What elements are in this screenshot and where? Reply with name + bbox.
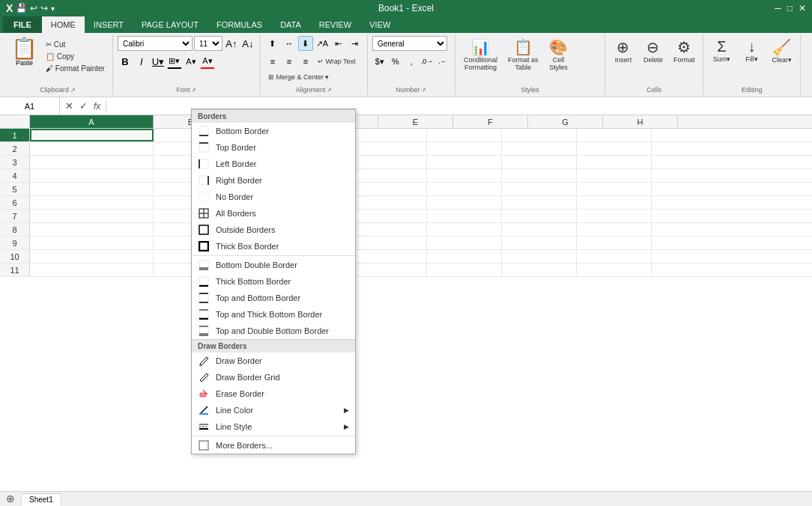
cell-h7[interactable] <box>577 210 652 222</box>
cell-e6[interactable] <box>352 196 427 209</box>
cell-a8[interactable] <box>30 223 154 236</box>
underline-btn[interactable]: U▾ <box>151 54 166 69</box>
cell-a11[interactable] <box>30 263 154 276</box>
bottom-double-border-item[interactable]: Bottom Double Border <box>192 257 355 273</box>
cell-f2[interactable] <box>427 142 502 155</box>
font-color-btn[interactable]: A▾ <box>200 54 215 69</box>
left-border-item[interactable]: Left Border <box>192 156 355 172</box>
cell-g1[interactable] <box>502 129 577 141</box>
col-header-f[interactable]: F <box>453 115 528 128</box>
col-header-e[interactable]: E <box>378 115 453 128</box>
increase-font-size-btn[interactable]: A↑ <box>224 36 239 51</box>
cell-h3[interactable] <box>577 156 652 168</box>
cell-g8[interactable] <box>502 223 577 236</box>
cell-g3[interactable] <box>502 156 577 168</box>
cell-f10[interactable] <box>427 250 502 263</box>
top-border-item[interactable]: Top Border <box>192 139 355 156</box>
cell-e2[interactable] <box>352 142 427 155</box>
cell-h11[interactable] <box>577 263 652 276</box>
qat-redo[interactable]: ↪ <box>40 3 48 13</box>
tab-insert[interactable]: INSERT <box>85 16 133 33</box>
cell-h6[interactable] <box>577 196 652 209</box>
cell-e9[interactable] <box>352 237 427 249</box>
alignment-expand[interactable]: ↗ <box>327 87 332 94</box>
format-painter-button[interactable]: 🖌 Format Painter <box>43 63 108 74</box>
align-right-btn[interactable]: ≡ <box>298 54 313 69</box>
row-header-7[interactable]: 7 <box>0 210 30 222</box>
indent-decrease-btn[interactable]: ⇤ <box>331 36 346 51</box>
right-border-item[interactable]: Right Border <box>192 172 355 189</box>
number-expand[interactable]: ↗ <box>421 87 426 94</box>
cell-f1[interactable] <box>427 129 502 141</box>
cell-g10[interactable] <box>502 250 577 263</box>
decrease-decimal-btn[interactable]: .← <box>435 54 450 69</box>
qat-undo[interactable]: ↩ <box>30 3 37 13</box>
tab-formulas[interactable]: FORMULAS <box>207 16 271 33</box>
qat-more[interactable]: ▾ <box>51 4 55 13</box>
cell-f4[interactable] <box>427 169 502 182</box>
row-header-3[interactable]: 3 <box>0 156 30 168</box>
col-header-g[interactable]: G <box>528 115 603 128</box>
cell-a3[interactable] <box>30 156 154 168</box>
font-size-select[interactable]: 11 <box>194 36 222 51</box>
decrease-font-size-btn[interactable]: A↓ <box>240 36 255 51</box>
fill-btn[interactable]: ↓ Fill▾ <box>738 36 765 65</box>
cell-f8[interactable] <box>427 223 502 236</box>
cell-styles-btn[interactable]: 🎨 CellStyles <box>545 36 572 73</box>
cell-a1[interactable] <box>30 129 154 141</box>
all-borders-item[interactable]: All Borders <box>192 205 355 222</box>
row-header-8[interactable]: 8 <box>0 223 30 236</box>
cell-e7[interactable] <box>352 210 427 222</box>
insert-function-btn[interactable]: fx <box>91 101 103 112</box>
format-btn[interactable]: ⚙ Format <box>670 36 699 66</box>
italic-btn[interactable]: I <box>134 54 149 69</box>
cell-g9[interactable] <box>502 237 577 249</box>
comma-btn[interactable]: , <box>404 54 419 69</box>
cell-h2[interactable] <box>577 142 652 155</box>
row-header-5[interactable]: 5 <box>0 183 30 195</box>
cell-g6[interactable] <box>502 196 577 209</box>
align-left-btn[interactable]: ≡ <box>265 54 280 69</box>
row-header-10[interactable]: 10 <box>0 250 30 263</box>
cell-f3[interactable] <box>427 156 502 168</box>
outside-borders-item[interactable]: Outside Borders <box>192 222 355 238</box>
row-header-6[interactable]: 6 <box>0 196 30 209</box>
cell-a5[interactable] <box>30 183 154 195</box>
cell-g4[interactable] <box>502 169 577 182</box>
cell-h1[interactable] <box>577 129 652 141</box>
increase-decimal-btn[interactable]: .0→ <box>419 54 434 69</box>
delete-btn[interactable]: ⊖ Delete <box>640 36 667 66</box>
number-format-select[interactable]: General <box>372 36 447 51</box>
name-box-input[interactable] <box>3 102 56 111</box>
tab-home[interactable]: HOME <box>42 16 85 33</box>
cell-e11[interactable] <box>352 263 427 276</box>
cancel-formula-btn[interactable]: ✕ <box>63 100 76 112</box>
maximize-btn[interactable]: □ <box>787 3 793 13</box>
qat-save[interactable]: 💾 <box>16 3 27 13</box>
cell-e3[interactable] <box>352 156 427 168</box>
cell-f7[interactable] <box>427 210 502 222</box>
wrap-text-btn[interactable]: ↵ Wrap Text <box>315 56 359 67</box>
cell-f6[interactable] <box>427 196 502 209</box>
cell-g5[interactable] <box>502 183 577 195</box>
cell-a10[interactable] <box>30 250 154 263</box>
tab-view[interactable]: VIEW <box>360 16 399 33</box>
row-header-1[interactable]: 1 <box>0 129 30 141</box>
accounting-btn[interactable]: $▾ <box>372 54 387 69</box>
row-header-4[interactable]: 4 <box>0 169 30 182</box>
cut-button[interactable]: ✂ Cut <box>43 39 108 50</box>
align-top-btn[interactable]: ⬆ <box>265 36 280 51</box>
row-header-9[interactable]: 9 <box>0 237 30 249</box>
tab-page-layout[interactable]: PAGE LAYOUT <box>133 16 207 33</box>
cell-f5[interactable] <box>427 183 502 195</box>
border-btn[interactable]: ⊞▾ <box>167 54 182 69</box>
confirm-formula-btn[interactable]: ✓ <box>77 100 90 112</box>
format-as-table-btn[interactable]: 📋 Format asTable <box>504 36 542 73</box>
align-middle-btn[interactable]: ↔ <box>282 36 297 51</box>
cell-a7[interactable] <box>30 210 154 222</box>
percent-btn[interactable]: % <box>388 54 403 69</box>
bold-btn[interactable]: B <box>118 54 133 69</box>
clear-btn[interactable]: 🧹 Clear▾ <box>768 36 796 66</box>
text-direction-btn[interactable]: ↗A <box>315 36 330 51</box>
fill-color-btn[interactable]: A▾ <box>184 54 199 69</box>
